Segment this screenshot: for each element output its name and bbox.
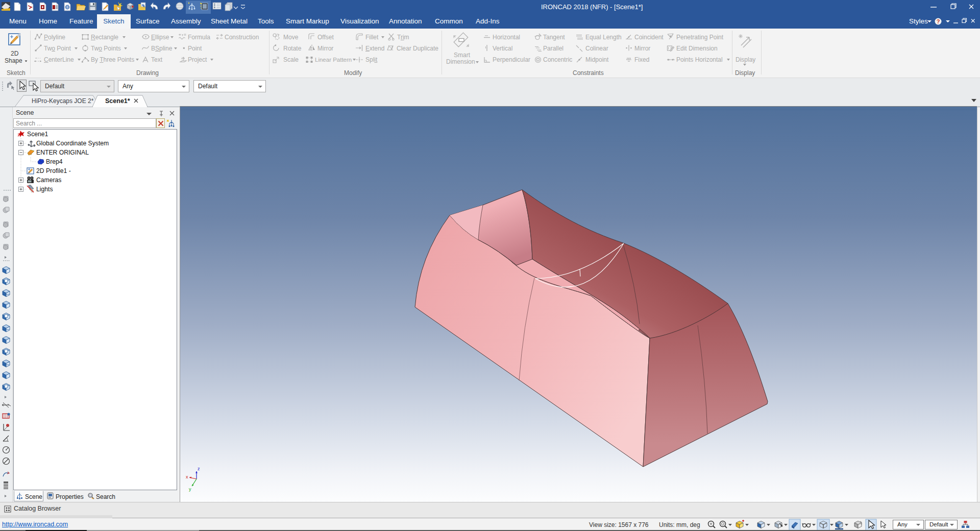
svg-text:Lights: Lights — [36, 186, 53, 193]
svg-text:?: ? — [937, 18, 940, 24]
svg-text:ENTER ORIGINAL: ENTER ORIGINAL — [36, 149, 89, 156]
svg-text:x: x — [186, 474, 188, 479]
svg-text:2D Profile1 -: 2D Profile1 - — [36, 167, 71, 174]
svg-text:z: z — [198, 466, 200, 471]
svg-text:Scene1: Scene1 — [27, 131, 48, 138]
svg-text:HiPro-Keycaps JOE 2*: HiPro-Keycaps JOE 2* — [32, 97, 94, 105]
svg-text:Scene1*: Scene1* — [105, 97, 130, 105]
svg-text:y: y — [189, 487, 191, 492]
svg-text:Brep4: Brep4 — [46, 158, 63, 165]
svg-text:Global Coordinate System: Global Coordinate System — [36, 140, 109, 147]
svg-text:Cameras: Cameras — [36, 176, 61, 184]
